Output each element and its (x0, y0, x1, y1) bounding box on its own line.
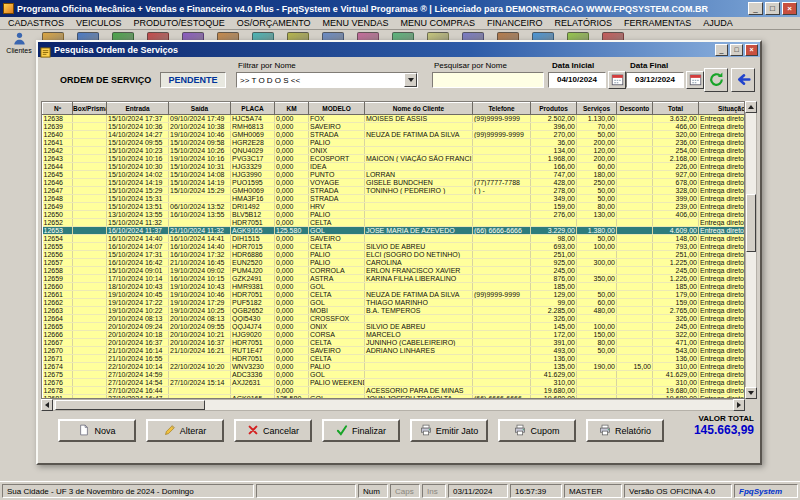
data-final-calendar-button[interactable] (686, 71, 704, 89)
column-header-box-prisma[interactable]: Box/Prisma (73, 103, 107, 115)
scroll-left-arrow-icon[interactable] (41, 399, 53, 411)
scroll-up-arrow-icon[interactable] (745, 101, 757, 113)
menu-item-veiculos[interactable]: VEICULOS (70, 18, 128, 28)
menu-item-menu-vendas[interactable]: MENU VENDAS (317, 18, 395, 28)
filtrar-nome-select[interactable]: >> T O D O S << (236, 72, 418, 88)
menu-item-financeiro[interactable]: FINANCEIRO (481, 18, 549, 28)
vertical-scrollbar-thumb[interactable] (746, 194, 756, 252)
dialog-close-button[interactable]: × (745, 44, 758, 56)
grid-row-12665[interactable]: 1266520/10/2024 09:2420/10/2024 09:55QQJ… (43, 323, 746, 331)
minimize-button[interactable]: _ (748, 2, 763, 15)
toolbar-button-clientes[interactable]: Clientes (0, 30, 38, 54)
grid-cell: 0,000 (275, 267, 309, 275)
grid-row-12671[interactable]: 1267121/10/2024 16:55HDR70510,000CELTA13… (43, 355, 746, 363)
data-inicial-field[interactable]: 04/10/2024 (548, 72, 606, 88)
grid-row-12638[interactable]: 1263815/10/2024 17:3709/10/2024 17:49HJC… (43, 115, 746, 123)
cancelar-button[interactable]: Cancelar (234, 419, 312, 442)
grid-row-12653[interactable]: 1265316/10/2024 11:3721/10/2024 11:32AGK… (43, 227, 746, 235)
grid-row-12654[interactable]: 1265416/10/2024 14:4016/10/2024 14:41DIH… (43, 235, 746, 243)
grid-row-12652[interactable]: 1265215/10/2024 11:32HDR70510,000CELTAEn… (43, 219, 746, 227)
column-header-entrada[interactable]: Entrada (107, 103, 169, 115)
grid-row-12657[interactable]: 1265716/10/2024 16:4221/10/2024 16:45EUN… (43, 259, 746, 267)
grid-row-12639[interactable]: 1263915/10/2024 10:3620/10/2024 10:38RMH… (43, 123, 746, 131)
menu-item-produto-estoque[interactable]: PRODUTO/ESTOQUE (128, 18, 231, 28)
grid-row-12642[interactable]: 1264215/10/2024 10:2315/10/2024 10:26QNU… (43, 147, 746, 155)
menu-item-menu-compras[interactable]: MENU COMPRAS (395, 18, 482, 28)
grid-row-12647[interactable]: 1264715/10/2024 15:2915/10/2024 15:29GMH… (43, 187, 746, 195)
grid-row-12674[interactable]: 1267422/10/2024 10:1422/10/2024 10:20WNV… (43, 363, 746, 371)
grid-row-12661[interactable]: 1266119/10/2024 10:4519/10/2024 10:46HDR… (43, 291, 746, 299)
grid-row-12678[interactable]: 1267827/10/2024 16:440,000ACESSORIO PARA… (43, 387, 746, 395)
column-header-telefone[interactable]: Telefone (473, 103, 531, 115)
dialog-maximize-button[interactable]: □ (730, 44, 743, 56)
emitir-jato-button[interactable]: Emitir Jato (410, 419, 488, 442)
menu-item-os-or-amento[interactable]: OS/ORÇAMENTO (231, 18, 317, 28)
cupom-button[interactable]: Cupom (498, 419, 576, 442)
grid-cell: 466,00 (653, 123, 699, 131)
grid-row-12641[interactable]: 1264115/10/2024 09:5515/10/2024 09:58HGR… (43, 139, 746, 147)
grid-row-12650[interactable]: 1265013/10/2024 13:5516/10/2024 13:55BLV… (43, 211, 746, 219)
column-header-sa-da[interactable]: Saída (169, 103, 231, 115)
menu-item-cadastros[interactable]: CADASTROS (2, 18, 70, 28)
grid-row-12640[interactable]: 1264014/10/2024 14:2719/10/2024 10:46GMH… (43, 131, 746, 139)
grid-row-12655[interactable]: 1265516/10/2024 14:0716/10/2024 14:40HDR… (43, 243, 746, 251)
grid-row-12646[interactable]: 1264615/10/2024 14:1915/10/2024 14:19PUO… (43, 179, 746, 187)
grid-row-12656[interactable]: 1265615/10/2024 17:3116/10/2024 17:32HDR… (43, 251, 746, 259)
column-header-total[interactable]: Total (653, 103, 699, 115)
column-header-situa-o-atual[interactable]: Situação Atual (699, 103, 746, 115)
grid-cell: NEUZA DE FATIMA DA SILVA (365, 131, 473, 139)
grid-row-12660[interactable]: 1266018/10/2024 10:4319/10/2024 10:43HMR… (43, 283, 746, 291)
maximize-button[interactable]: □ (765, 2, 780, 15)
column-header-modelo[interactable]: MODELO (309, 103, 365, 115)
grid-cell (617, 291, 653, 299)
grid-row-12649[interactable]: 1264915/10/2024 13:5106/10/2024 13:52DRI… (43, 203, 746, 211)
horizontal-scrollbar-thumb[interactable] (55, 400, 205, 410)
grid-row-12644[interactable]: 1264415/10/2024 10:3015/10/2024 10:31HJG… (43, 163, 746, 171)
column-header-servi-os[interactable]: Serviços (577, 103, 617, 115)
dialog-minimize-button[interactable]: _ (715, 44, 728, 56)
column-header-km[interactable]: KM (275, 103, 309, 115)
grid-row-12648[interactable]: 1264815/10/2024 15:31HMA3F160,000STRADA3… (43, 195, 746, 203)
relat-rio-button[interactable]: Relatório (586, 419, 664, 442)
grid-row-12676[interactable]: 1267627/10/2024 14:5427/10/2024 15:14AXJ… (43, 379, 746, 387)
grid-row-12666[interactable]: 1266620/10/2024 10:1820/10/2024 10:21HJG… (43, 331, 746, 339)
grid-row-12659[interactable]: 1265917/10/2024 10:1416/10/2024 10:15GZK… (43, 275, 746, 283)
grid-cell (577, 379, 617, 387)
menu-item-ferramentas[interactable]: FERRAMENTAS (618, 18, 697, 28)
menu-item-ajuda[interactable]: AJUDA (697, 18, 739, 28)
column-header-nome-do-cliente[interactable]: Nome do Cliente (365, 103, 473, 115)
horizontal-scrollbar[interactable] (41, 399, 745, 411)
grid-row-12675[interactable]: 1267527/10/2024 14:59ADC33360,000GOL41.6… (43, 371, 746, 379)
column-header-n[interactable]: Nº (43, 103, 73, 115)
grid-row-12664[interactable]: 1266420/10/2024 08:1320/10/2024 08:13QQI… (43, 315, 746, 323)
column-header-placa[interactable]: PLACA (231, 103, 275, 115)
vertical-scrollbar[interactable] (745, 101, 757, 399)
grid-row-12662[interactable]: 1266219/10/2024 17:2219/10/2024 17:29PUF… (43, 299, 746, 307)
close-button[interactable]: × (782, 2, 797, 15)
grid-row-12667[interactable]: 1266720/10/2024 16:3720/10/2024 16:37HDR… (43, 339, 746, 347)
finalizar-button[interactable]: Finalizar (322, 419, 400, 442)
grid-row-12663[interactable]: 1266319/10/2024 10:2219/10/2024 10:25QGB… (43, 307, 746, 315)
scroll-right-arrow-icon[interactable] (733, 399, 745, 411)
grid-cell: 276,00 (531, 211, 577, 219)
grid-cell: CROSSFOX (309, 315, 365, 323)
chevron-down-icon[interactable] (404, 73, 417, 87)
grid-row-12658[interactable]: 1265815/10/2024 09:0119/10/2024 09:02PUM… (43, 267, 746, 275)
scroll-down-arrow-icon[interactable] (745, 387, 757, 399)
data-inicial-calendar-button[interactable] (608, 71, 626, 89)
grid-row-12645[interactable]: 1264515/10/2024 14:0215/10/2024 14:08HJG… (43, 171, 746, 179)
data-final-field[interactable]: 03/12/2024 (626, 72, 684, 88)
status-user: MASTER (564, 484, 622, 498)
exit-button[interactable] (731, 68, 755, 92)
refresh-button[interactable] (704, 68, 728, 92)
column-header-produtos[interactable]: Produtos (531, 103, 577, 115)
grid-row-12643[interactable]: 1264315/10/2024 10:1619/10/2024 10:16PVG… (43, 155, 746, 163)
grid-row-12670[interactable]: 1267021/10/2024 16:1421/10/2024 16:21RUT… (43, 347, 746, 355)
alterar-button[interactable]: Alterar (146, 419, 224, 442)
nova-button[interactable]: Nova (58, 419, 136, 442)
grid-cell: 0,000 (275, 179, 309, 187)
pesquisar-nome-input[interactable] (432, 72, 544, 88)
menu-item-relat-rios[interactable]: RELATÓRIOS (549, 18, 618, 28)
grid-cell: 3.229,00 (531, 227, 577, 235)
column-header-desconto[interactable]: Desconto (617, 103, 653, 115)
